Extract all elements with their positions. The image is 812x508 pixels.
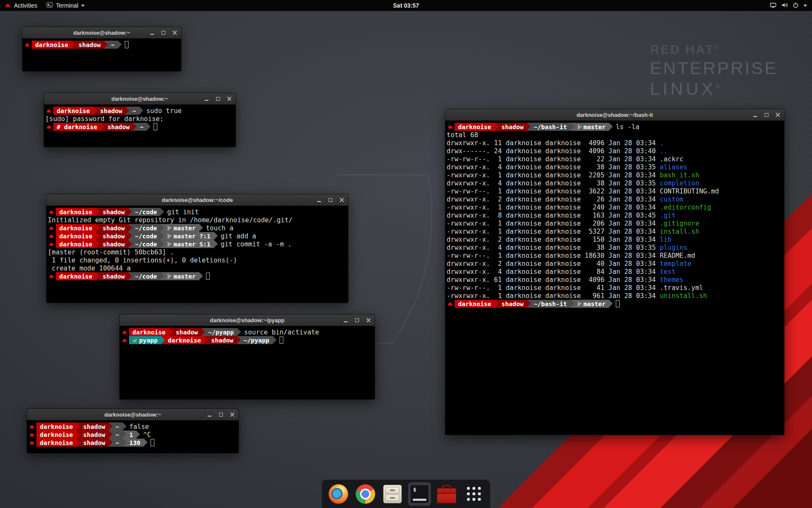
terminal-text: create mode 100644 a [48, 265, 131, 272]
terminal-text: aliases [660, 163, 687, 171]
terminal-text: Initialized empty Git repository in /hom… [48, 216, 293, 224]
window-titlebar[interactable]: darknoise@shadow:~/code× [47, 194, 348, 206]
segment-text: ~ [115, 431, 119, 438]
minimize-button[interactable] [343, 317, 348, 323]
clock[interactable]: Sat 03:57 [389, 0, 423, 11]
redhat-icon [49, 242, 54, 246]
maximize-button[interactable] [328, 197, 333, 203]
terminal-line: Initialized empty Git repository in /hom… [48, 216, 347, 224]
terminal-text: drwxrwxr-x. 2 darknoise darknoise 150 Ja… [447, 236, 660, 243]
window-controls: × [343, 315, 371, 326]
prompt-segment-host: shadow [77, 422, 109, 431]
segment-text: ~ [140, 124, 143, 130]
terminal-content[interactable]: darknoiseshadow~falsedarknoiseshadow~1^C… [27, 420, 239, 453]
terminal-line: -rwxrwxr-x. 1 darknoise darknoise 206 Ja… [447, 219, 783, 227]
terminal-text: -rwxrwxr-x. 1 darknoise darknoise 240 Ja… [447, 204, 660, 211]
toolbox-icon[interactable] [435, 482, 458, 506]
window-titlebar[interactable]: darknoise@shadow:~× [27, 409, 239, 420]
terminal-text: .editorconfig [660, 204, 711, 211]
segment-text: darknoise [59, 225, 93, 232]
app-menu[interactable]: Terminal [42, 0, 89, 11]
terminal-text: sudo true [146, 107, 182, 115]
minimize-button[interactable] [204, 96, 209, 102]
minimize-button[interactable] [207, 411, 212, 417]
window-titlebar[interactable]: darknoise@shadow:~× [44, 93, 236, 105]
terminal-window-home2[interactable]: darknoise@shadow:~×darknoiseshadow~false… [27, 409, 239, 453]
text-cursor [206, 273, 210, 280]
prompt-segment-host: shadow [72, 41, 104, 49]
terminal-text: uninstall.sh [660, 292, 707, 300]
prompt-segment-host: shadow [96, 240, 128, 248]
segment-text: darknoise [59, 209, 93, 215]
terminal-content[interactable]: darknoiseshadow~ [22, 39, 181, 71]
maximize-button[interactable] [218, 411, 223, 417]
segment-text: ~/code [135, 273, 157, 280]
minimize-button[interactable] [149, 30, 154, 36]
terminal-content[interactable]: darknoiseshadow~sudo true[sudo] password… [44, 105, 236, 147]
close-button[interactable]: × [230, 411, 235, 417]
terminal-text: -rw-rw-r--. 1 darknoise darknoise 22 Jan… [447, 155, 660, 163]
prompt-segment-user: darknoise [36, 422, 77, 431]
terminal-text: drwxrwxr-x. 4 darknoise darknoise 38 Jan… [447, 163, 660, 171]
terminal-content[interactable]: darknoiseshadow~/bash-itmasterls -latota… [445, 121, 784, 435]
window-titlebar[interactable]: darknoise@shadow:~× [22, 27, 181, 39]
maximize-button[interactable] [161, 30, 166, 36]
terminal-text: ^C [143, 431, 151, 439]
segment-text: pyapp [139, 337, 158, 344]
activities-label: Activities [14, 2, 37, 9]
close-button[interactable]: × [227, 96, 232, 102]
prompt-segment-host: shadow [495, 123, 527, 131]
chevron-down-icon [804, 5, 807, 7]
terminal-text: ls -la [616, 123, 639, 131]
segment-text: darknoise [40, 423, 73, 430]
terminal-window-bashit[interactable]: darknoise@shadow:~/bash-it×darknoiseshad… [445, 109, 784, 435]
redhat-icon [49, 210, 54, 214]
redhat-icon [49, 274, 54, 279]
maximize-button[interactable] [215, 96, 220, 102]
prompt-segment-path: ~/code [128, 240, 160, 248]
terminal-content[interactable]: darknoiseshadow~/codegit initInitialized… [47, 206, 348, 303]
terminal-text: .gitignore [660, 220, 699, 227]
firefox-icon[interactable] [327, 482, 350, 506]
terminal-text: .git [660, 212, 675, 219]
redhat-icon [29, 441, 35, 445]
minimize-button[interactable] [752, 112, 757, 118]
segment-text: shadow [502, 124, 524, 130]
close-button[interactable]: × [339, 197, 344, 203]
window-titlebar[interactable]: darknoise@shadow:~/pyapp× [120, 315, 375, 326]
close-button[interactable]: × [366, 317, 371, 323]
terminal-line: drwxrwxr-x. 2 darknoise darknoise 150 Ja… [447, 235, 783, 243]
files-icon[interactable] [381, 482, 404, 506]
prompt-segment-host: shadow [77, 439, 109, 447]
segment-text: shadow [103, 209, 125, 215]
prompt-segment-git: master [571, 300, 609, 308]
terminal-icon[interactable] [408, 482, 431, 506]
app-grid-icon[interactable] [462, 482, 485, 506]
prompt-segment-git: master S:1 [160, 240, 214, 248]
text-cursor [616, 300, 620, 307]
maximize-button[interactable] [354, 317, 359, 323]
text-cursor [154, 123, 157, 130]
minimize-button[interactable] [316, 197, 321, 203]
terminal-window-sudo[interactable]: darknoise@shadow:~×darknoiseshadow~sudo … [44, 93, 236, 147]
prompt-segment-user: darknoise [56, 272, 96, 280]
close-button[interactable]: × [172, 30, 177, 36]
segment-text: darknoise [168, 337, 201, 344]
segment-text: shadow [83, 431, 105, 438]
terminal-line: darknoiseshadow~false [28, 422, 237, 431]
terminal-window-pyapp[interactable]: darknoise@shadow:~/pyapp×darknoiseshadow… [120, 315, 375, 399]
terminal-window-home1[interactable]: darknoise@shadow:~×darknoiseshadow~ [22, 27, 181, 71]
terminal-content[interactable]: darknoiseshadow~/pyappsource bin/activat… [120, 326, 375, 399]
close-button[interactable]: × [775, 112, 780, 118]
maximize-button[interactable] [764, 112, 769, 118]
system-status-area[interactable] [765, 0, 812, 11]
chrome-icon[interactable] [354, 482, 377, 506]
prompt-segment-host: shadow [96, 232, 128, 240]
terminal-text: drwxrwxr-x. 2 darknoise darknoise 40 Jan… [447, 260, 660, 268]
terminal-window-code[interactable]: darknoise@shadow:~/code×darknoiseshadow~… [47, 194, 348, 303]
terminal-line: total 68 [447, 131, 783, 139]
dock [322, 480, 490, 508]
terminal-line: -rwxrwxr-x. 1 darknoise darknoise 961 Ja… [447, 292, 783, 300]
window-titlebar[interactable]: darknoise@shadow:~/bash-it× [445, 109, 784, 121]
activities-button[interactable]: Activities [0, 0, 42, 11]
